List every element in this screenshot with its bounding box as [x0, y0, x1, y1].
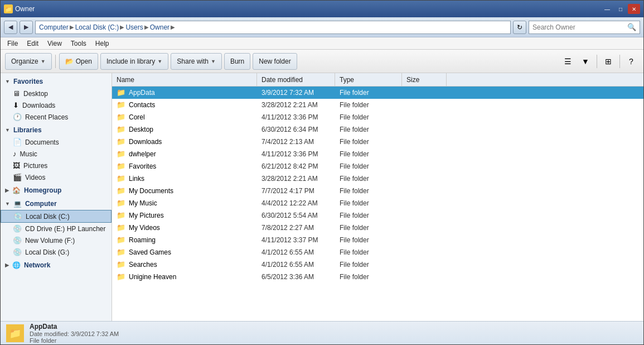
file-list-area: Name Date modified Type Size 📁 AppData 3…: [112, 73, 643, 321]
refresh-button[interactable]: ↻: [513, 21, 526, 34]
file-name-cell: 📁 Contacts: [112, 100, 257, 109]
folder-icon: 📁: [117, 223, 125, 232]
table-row[interactable]: 📁 Roaming 4/11/2012 3:37 PM File folder: [112, 234, 643, 246]
sidebar-item-new-volume[interactable]: 💿 New Volume (F:): [1, 234, 112, 246]
homegroup-header[interactable]: ▶ 🏠 Homegroup: [1, 184, 112, 197]
downloads-icon: ⬇: [13, 101, 19, 109]
help-button[interactable]: ?: [623, 54, 639, 69]
new-folder-button[interactable]: New folder: [253, 53, 297, 70]
sidebar-item-recent-places[interactable]: 🕐 Recent Places: [1, 111, 112, 123]
sidebar-item-documents[interactable]: 📄 Documents: [1, 136, 112, 148]
sidebar-item-downloads[interactable]: ⬇ Downloads: [1, 99, 112, 111]
videos-label: Videos: [25, 174, 45, 181]
file-name-cell: 📁 My Videos: [112, 223, 257, 232]
table-row[interactable]: 📁 Links 3/28/2012 2:21 AM File folder: [112, 172, 643, 185]
network-header[interactable]: ▶ 🌐 Network: [1, 259, 112, 271]
table-row[interactable]: 📁 Favorites 6/21/2012 8:42 PM File folde…: [112, 160, 643, 172]
favorites-header[interactable]: ▼ Favorites: [1, 75, 112, 88]
menu-view[interactable]: View: [43, 39, 66, 49]
path-owner[interactable]: Owner: [150, 23, 170, 31]
desktop-icon: 🖥: [13, 89, 20, 98]
menu-tools[interactable]: Tools: [66, 39, 91, 49]
table-row[interactable]: 📁 Saved Games 4/1/2012 6:55 AM File fold…: [112, 246, 643, 258]
file-list[interactable]: 📁 AppData 3/9/2012 7:32 AM File folder 📁…: [112, 87, 643, 321]
menu-help[interactable]: Help: [91, 39, 114, 49]
minimize-button[interactable]: —: [601, 4, 613, 14]
window-icon: 📁: [4, 4, 13, 13]
search-input[interactable]: [532, 23, 625, 31]
table-row[interactable]: 📁 Desktop 6/30/2012 6:34 PM File folder: [112, 123, 643, 136]
path-arrow-2: ▶: [120, 24, 124, 30]
back-button[interactable]: ◀: [4, 21, 17, 34]
network-icon: 🌐: [12, 261, 21, 269]
preview-pane-button[interactable]: ⊞: [601, 54, 616, 69]
libraries-header[interactable]: ▼ Libraries: [1, 124, 112, 136]
table-row[interactable]: 📁 Corel 4/11/2012 3:36 PM File folder: [112, 111, 643, 123]
open-icon: 📂: [65, 58, 74, 65]
sidebar-item-localdisk-g[interactable]: 💿 Local Disk (G:): [1, 246, 112, 258]
sidebar-item-music[interactable]: ♪ Music: [1, 148, 112, 160]
share-with-button[interactable]: Share with ▼: [171, 53, 222, 70]
column-header-type[interactable]: Type: [335, 73, 402, 86]
sidebar-item-localdisk-c[interactable]: 💿 Local Disk (C:): [1, 210, 112, 223]
table-row[interactable]: 📁 Downloads 7/4/2012 2:13 AM File folder: [112, 136, 643, 148]
documents-icon: 📄: [13, 138, 22, 146]
table-row[interactable]: 📁 My Pictures 6/30/2012 5:54 AM File fol…: [112, 209, 643, 222]
cd-drive-icon: 💿: [13, 224, 22, 233]
column-header-size[interactable]: Size: [402, 73, 447, 86]
address-path[interactable]: Computer ▶ Local Disk (C:) ▶ Users ▶ Own…: [35, 21, 511, 34]
file-type: File folder: [335, 212, 402, 219]
view-dropdown-button[interactable]: ▼: [578, 54, 593, 69]
path-computer[interactable]: Computer: [39, 23, 69, 31]
file-date: 4/11/2012 3:36 PM: [257, 150, 335, 158]
computer-label: Computer: [25, 200, 57, 208]
documents-label: Documents: [25, 138, 59, 146]
sidebar-item-pictures[interactable]: 🖼 Pictures: [1, 160, 112, 171]
music-icon: ♪: [13, 150, 17, 158]
view-details-button[interactable]: ☰: [560, 54, 575, 69]
status-folder-icon: 📁: [6, 324, 24, 342]
table-row[interactable]: 📁 Contacts 3/28/2012 2:21 AM File folder: [112, 99, 643, 111]
sidebar-item-desktop[interactable]: 🖥 Desktop: [1, 88, 112, 99]
table-row[interactable]: 📁 dwhelper 4/11/2012 3:36 PM File folder: [112, 148, 643, 160]
column-header-date[interactable]: Date modified: [257, 73, 335, 86]
folder-icon: 📁: [117, 260, 125, 269]
burn-label: Burn: [230, 58, 244, 65]
folder-icon: 📁: [117, 100, 125, 109]
menu-edit[interactable]: Edit: [22, 39, 43, 49]
sidebar-item-cd-drive[interactable]: 💿 CD Drive (E:) HP Launcher: [1, 223, 112, 234]
close-button[interactable]: ✕: [628, 4, 640, 14]
titlebar-left: 📁 Owner: [4, 4, 35, 13]
include-library-button[interactable]: Include in library ▼: [100, 53, 168, 70]
file-type: File folder: [335, 126, 402, 133]
toolbar: Organize ▼ 📂 Open Include in library ▼ S…: [1, 50, 643, 73]
menu-file[interactable]: File: [3, 39, 22, 49]
table-row[interactable]: 📁 My Documents 7/7/2012 4:17 PM File fol…: [112, 185, 643, 197]
path-users[interactable]: Users: [125, 23, 143, 31]
table-row[interactable]: 📁 Searches 4/1/2012 6:55 AM File folder: [112, 258, 643, 271]
table-row[interactable]: 📁 AppData 3/9/2012 7:32 AM File folder: [112, 87, 643, 99]
table-row[interactable]: 📁 Unigine Heaven 6/5/2012 3:36 AM File f…: [112, 271, 643, 283]
sidebar-item-videos[interactable]: 🎬 Videos: [1, 171, 112, 183]
organize-button[interactable]: Organize ▼: [5, 53, 52, 70]
table-row[interactable]: 📁 My Music 4/4/2012 12:22 AM File folder: [112, 197, 643, 209]
search-icon[interactable]: 🔍: [627, 23, 636, 31]
favorites-label: Favorites: [13, 78, 43, 85]
maximize-button[interactable]: □: [614, 4, 627, 14]
column-header-name[interactable]: Name: [112, 73, 257, 86]
file-date: 4/1/2012 6:55 AM: [257, 261, 335, 269]
table-row[interactable]: 📁 My Videos 7/8/2012 2:27 AM File folder: [112, 222, 643, 234]
burn-button[interactable]: Burn: [224, 53, 250, 70]
include-library-label: Include in library: [106, 58, 155, 65]
path-localdisk[interactable]: Local Disk (C:): [75, 23, 119, 31]
folder-icon: 📁: [117, 236, 125, 244]
file-name: Links: [129, 175, 144, 183]
file-name-cell: 📁 Corel: [112, 113, 257, 121]
homegroup-section: ▶ 🏠 Homegroup: [1, 184, 112, 197]
forward-button[interactable]: ▶: [20, 21, 33, 34]
sidebar: ▼ Favorites 🖥 Desktop ⬇ Downloads 🕐 Rece…: [1, 73, 112, 321]
computer-header[interactable]: ▼ 💻 Computer: [1, 198, 112, 210]
open-button[interactable]: 📂 Open: [59, 53, 98, 70]
recent-places-icon: 🕐: [13, 113, 22, 121]
videos-icon: 🎬: [13, 173, 22, 181]
